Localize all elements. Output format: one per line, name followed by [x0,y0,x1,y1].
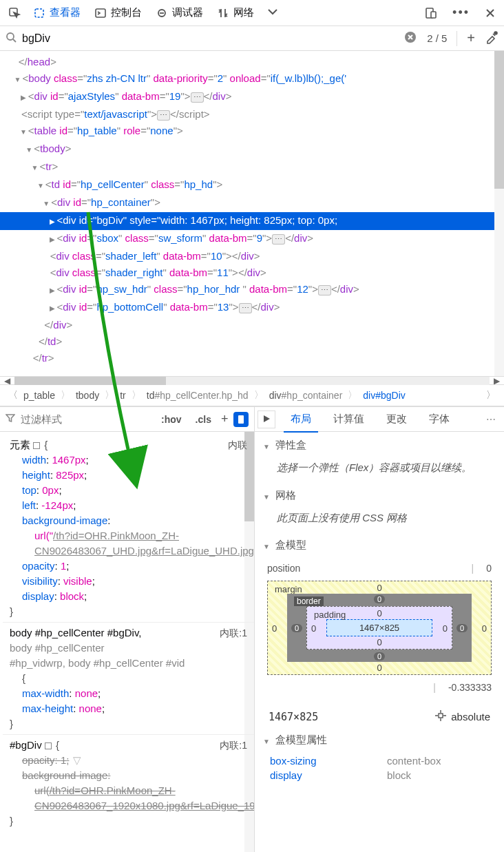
css-prop[interactable]: height: 825px; [10,468,247,483]
svg-point-7 [494,32,497,34]
layout-body[interactable]: 弹性盒 选择一个弹性（Flex）容器或项目以继续。 网格 此页面上没有使用 CS… [255,432,504,852]
new-rule-icon[interactable]: + [221,412,229,426]
breadcrumb-item[interactable]: p_table [21,390,58,401]
pick-element-icon[interactable] [3,3,26,23]
dom-node[interactable]: <div class="shader_left" data-bm="10"></… [0,248,504,264]
tab-console[interactable]: 控制台 [87,2,149,23]
css-prop[interactable]: display: block; [10,589,247,604]
css-prop-overridden[interactable]: opacity: 1;▽ [10,753,247,768]
accordion-grid[interactable]: 网格 [255,485,504,506]
swatch-icon[interactable] [33,442,40,449]
overflow-icon[interactable] [261,3,284,23]
play-icon[interactable] [258,411,275,428]
tab-network[interactable]: 网络 [210,2,261,23]
tab-layout[interactable]: 布局 [284,407,318,433]
rule-block[interactable]: 内联:1 #bgDiv { opacity: 1;▽ background-im… [3,735,254,831]
clear-icon[interactable] [403,30,417,46]
overflow-icon[interactable]: ⋯ [481,414,501,425]
hov-button[interactable]: :hov [157,413,186,426]
tab-changes[interactable]: 更改 [379,407,414,431]
scrollbar-vertical[interactable] [494,51,504,376]
svg-rect-4 [431,12,436,18]
css-prop[interactable]: max-width: none; [10,686,247,701]
breadcrumb-item[interactable]: div#hp_container [266,390,346,401]
rule-source[interactable]: 内联 [228,437,247,453]
dom-tree[interactable]: </head> <body class="zhs zh-CN ltr" data… [0,51,504,376]
box-props: box-sizingcontent-box displayblock [255,751,504,785]
breadcrumb-item[interactable]: td#hp_cellCenter.hp_hd [144,390,251,401]
search-input[interactable] [22,32,398,45]
css-prop-value[interactable]: url("/th?id=OHR.PinkMoon_ZH-CN9026483067… [10,528,247,559]
position-label: position [267,563,459,574]
accordion-boxmodel[interactable]: 盒模型 [255,534,504,556]
dom-node[interactable]: <body class="zhs zh-CN ltr" data-priorit… [0,70,504,88]
close-icon[interactable] [479,3,501,23]
rules-toolbar: :hov .cls + [0,407,254,432]
rule-block[interactable]: 内联 元素 { width: 1467px; height: 825px; to… [3,435,254,623]
css-prop[interactable]: background-image: [10,513,247,528]
css-prop[interactable]: top: 0px; [10,483,247,498]
chevron-down-icon [262,539,271,551]
dom-node[interactable]: <tbody> [0,141,504,158]
dom-node[interactable]: </div> [0,317,504,333]
css-prop[interactable]: visibility: visible; [10,574,247,589]
accordion-boxprops[interactable]: 盒模型属性 [255,729,504,751]
dom-node[interactable]: <div id="sbox" class="sw_sform" data-bm=… [0,230,504,248]
dom-node[interactable]: <table id="hp_table" role="none"> [0,123,504,141]
dom-node[interactable]: </tr> [0,350,504,366]
tab-inspector[interactable]: 查看器 [26,2,87,23]
css-prop[interactable]: left: -124px; [10,498,247,513]
light-mode-icon[interactable] [233,412,249,427]
position-top[interactable]: 0 [486,563,492,574]
filter-icon[interactable]: ▽ [73,753,81,768]
content-size[interactable]: 1467×825 [326,619,432,636]
cls-button[interactable]: .cls [191,413,216,426]
filter-styles-input[interactable] [21,413,151,425]
dom-node-selected[interactable]: <div id="bgDiv" style="width: 1467px; he… [0,212,504,230]
tab-label: 控制台 [111,6,142,19]
position-bottom[interactable]: -0.333333 [448,682,492,693]
breadcrumb-item[interactable]: tbody [73,390,102,401]
tab-computed[interactable]: 计算值 [326,407,371,431]
devtools-toolbar: 查看器 控制台 调试器 网络 ••• [0,0,504,26]
responsive-icon[interactable] [419,3,443,23]
dom-node[interactable]: <div id="hp_container"> [0,194,504,212]
dom-node[interactable]: <script type="text/javascript">⋯</script… [0,106,504,123]
swatch-icon[interactable] [45,742,52,749]
css-prop[interactable]: opacity: 1; [10,559,247,574]
css-prop-value[interactable]: url(/th?id=OHR.PinkMoon_ZH-CN9026483067_… [10,783,247,813]
scrollbar-horizontal[interactable]: ◀ ▶ [0,376,504,384]
box-model-diagram[interactable]: position | 0 124 margin 0 0 0 0 [255,556,504,704]
css-prop[interactable]: width: 1467px; [10,453,247,468]
chevron-down-icon [262,490,271,501]
search-count: 2 / 5 [423,32,451,44]
dom-node[interactable]: <div class="shader_right" data-bm="11"><… [0,264,504,281]
eyedropper-icon[interactable] [485,30,498,46]
breadcrumb-item-active[interactable]: div#bgDiv [360,390,408,401]
add-element-icon[interactable]: + [463,30,479,46]
chevron-left-icon[interactable]: 〈 [6,389,21,402]
accordion-flexbox[interactable]: 弹性盒 [255,435,504,456]
breadcrumb-item[interactable]: tr [117,390,129,401]
search-icon [6,32,17,45]
dom-node[interactable]: <div id="hp_sw_hdr" class="hp_hor_hdr " … [0,281,504,299]
chevron-right-icon[interactable]: 〉 [483,389,498,402]
css-prop[interactable]: max-height: none; [10,701,247,716]
prop-row[interactable]: box-sizingcontent-box [263,754,496,768]
css-prop-overridden[interactable]: background-image: [10,768,247,783]
html-search-bar: 2 / 5 + [0,26,504,51]
dom-node[interactable]: <tr> [0,158,504,176]
dom-node[interactable]: <td id="hp_cellCenter" class="hp_hd"> [0,176,504,194]
dom-node[interactable]: <div id="ajaxStyles" data-bm="19">⋯</div… [0,88,504,106]
tab-fonts[interactable]: 字体 [422,407,456,431]
dom-node[interactable]: </head> [0,54,504,70]
rules-body[interactable]: 内联 元素 { width: 1467px; height: 825px; to… [0,432,254,852]
dom-node[interactable]: <div id="hp_bottomCell" data-bm="13">⋯</… [0,299,504,317]
tab-debugger[interactable]: 调试器 [149,2,210,23]
dom-node[interactable]: </td> [0,333,504,350]
rule-source[interactable]: 内联:1 [220,738,247,753]
meatball-icon[interactable]: ••• [447,1,475,24]
prop-row[interactable]: displayblock [263,768,496,782]
rule-block[interactable]: 内联:1 body #hp_cellCenter #bgDiv, body #h… [3,623,254,735]
rule-source[interactable]: 内联:1 [220,625,247,641]
